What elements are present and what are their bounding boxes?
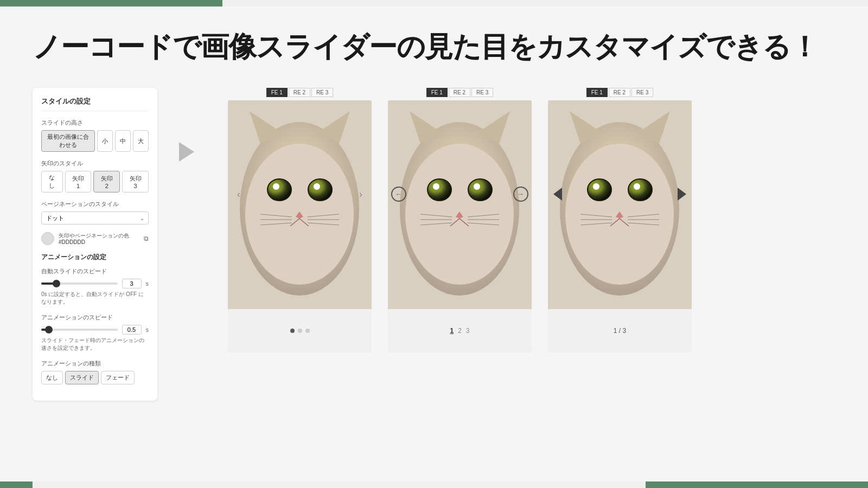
slider1-dot-1[interactable] xyxy=(290,329,295,333)
auto-slide-speed-group: 自動スライドのスピード s 0s に設定すると、自動スライドが OFF になりま… xyxy=(41,267,149,306)
svg-point-20 xyxy=(427,179,451,201)
animation-speed-thumb[interactable] xyxy=(45,326,53,333)
animation-speed-track xyxy=(41,329,118,331)
animation-speed-unit: s xyxy=(146,326,149,333)
slider1-dot-2[interactable] xyxy=(298,329,302,333)
slider3-labels: FE 1 RE 2 RE 3 xyxy=(586,88,654,97)
animation-type-label: アニメーションの種類 xyxy=(41,359,149,368)
slider2-page-3[interactable]: 3 xyxy=(466,327,470,335)
slider1-arrow-left[interactable]: ‹ xyxy=(231,187,246,202)
slider2-page-2[interactable]: 2 xyxy=(458,327,462,335)
slider2-cat-svg xyxy=(388,100,532,309)
slider3-cat-image xyxy=(548,100,692,309)
animation-speed-input[interactable] xyxy=(122,325,142,335)
svg-point-23 xyxy=(474,183,480,190)
auto-slide-unit: s xyxy=(146,280,149,287)
svg-point-21 xyxy=(468,179,492,201)
slider2-arrow-left[interactable]: ← xyxy=(391,187,406,202)
arrow-style-options: なし 矢印 1 矢印 2 矢印 3 xyxy=(41,171,149,192)
slide-height-btn-small[interactable]: 小 xyxy=(97,130,113,152)
auto-slide-track xyxy=(41,282,118,285)
corner-accent-tl xyxy=(0,0,222,7)
color-row: 矢印やページネーションの色 #DDDDDD ⧉ xyxy=(41,232,149,245)
animation-type-fade[interactable]: フェード xyxy=(101,371,135,384)
slider-preview-2: FE 1 RE 2 RE 3 xyxy=(388,88,532,352)
animation-speed-hint: スライド・フェード時のアニメーションの速さを設定できます。 xyxy=(41,337,149,352)
slider2-arrow-right[interactable]: → xyxy=(513,187,528,202)
slide-height-group: スライドの高さ 最初の画像に合わせる 小 中 大 xyxy=(41,119,149,152)
slider1-label-re3[interactable]: RE 3 xyxy=(311,88,333,97)
arrow-style-group: 矢印のスタイル なし 矢印 1 矢印 2 矢印 3 xyxy=(41,159,149,192)
slider3-image-container xyxy=(548,100,692,309)
slider2-box: ← → 1 2 3 xyxy=(388,100,532,352)
slider2-right-circle: → xyxy=(513,187,528,202)
slider3-box: 1 / 3 xyxy=(548,100,692,352)
slide-height-btn-medium[interactable]: 中 xyxy=(115,130,131,152)
auto-slide-hint: 0s に設定すると、自動スライドが OFF になります。 xyxy=(41,291,149,306)
pagination-style-select-wrapper: ドット 数字 テキスト ⌄ xyxy=(41,211,149,224)
slider3-arrow-left[interactable] xyxy=(550,187,565,202)
svg-point-5 xyxy=(267,179,291,201)
svg-point-38 xyxy=(634,183,640,190)
slider2-label-re2[interactable]: RE 2 xyxy=(449,88,470,97)
slider3-arrow-right[interactable] xyxy=(674,187,690,202)
main-container: ノーコードで画像スライダーの見た目をカスタマイズできる！ スタイルの設定 スライ… xyxy=(0,7,868,481)
pagination-style-select[interactable]: ドット 数字 テキスト xyxy=(41,211,149,224)
slide-height-label: スライドの高さ xyxy=(41,119,149,127)
slider1-bottom xyxy=(228,309,372,352)
slider1-image-container: ‹ › xyxy=(228,100,372,309)
arrow-pointer-container xyxy=(179,88,206,162)
animation-type-none[interactable]: なし xyxy=(41,371,63,384)
slider3-label-re2[interactable]: RE 2 xyxy=(609,88,630,97)
color-info: 矢印やページネーションの色 #DDDDDD xyxy=(59,232,139,245)
slider3-label-fe1[interactable]: FE 1 xyxy=(586,88,608,97)
slider2-label-re3[interactable]: RE 3 xyxy=(471,88,493,97)
animation-speed-label: アニメーションのスピード xyxy=(41,313,149,322)
slider2-page-1[interactable]: 1 xyxy=(450,327,454,335)
arrow-style-none[interactable]: なし xyxy=(41,171,63,192)
slider1-dot-3[interactable] xyxy=(305,329,310,333)
slider1-arrow-right[interactable]: › xyxy=(353,187,368,202)
svg-point-37 xyxy=(593,183,599,190)
auto-slide-input[interactable] xyxy=(122,279,142,288)
corner-accent-br xyxy=(646,481,868,488)
slider1-labels: FE 1 RE 2 RE 3 xyxy=(266,88,334,97)
arrow-style-2[interactable]: 矢印 2 xyxy=(93,171,120,192)
slide-height-btn-fit[interactable]: 最初の画像に合わせる xyxy=(41,130,95,152)
animation-section-title: アニメーションの設定 xyxy=(41,253,149,262)
page-title: ノーコードで画像スライダーの見た目をカスタマイズできる！ xyxy=(33,28,835,66)
animation-speed-group: アニメーションのスピード s スライド・フェード時のアニメーションの速さを設定で… xyxy=(41,313,149,352)
svg-point-36 xyxy=(628,179,652,201)
slider3-bottom: 1 / 3 xyxy=(548,309,692,352)
svg-point-22 xyxy=(433,183,439,190)
slide-height-btn-large[interactable]: 大 xyxy=(133,130,149,152)
slider1-pagination-dots xyxy=(290,329,310,333)
settings-panel-title: スタイルの設定 xyxy=(41,97,149,111)
slider2-label-fe1[interactable]: FE 1 xyxy=(426,88,448,97)
slider1-label-re2[interactable]: RE 2 xyxy=(289,88,310,97)
slider-preview-1: FE 1 RE 2 RE 3 xyxy=(228,88,372,352)
slider1-box: ‹ › xyxy=(228,100,372,352)
animation-type-slide[interactable]: スライド xyxy=(65,371,99,384)
arrow-style-3[interactable]: 矢印 3 xyxy=(122,171,149,192)
slider2-bottom: 1 2 3 xyxy=(388,309,532,352)
auto-slide-slider-row: s xyxy=(41,279,149,288)
arrow-pointer-icon xyxy=(179,142,194,162)
slider2-labels: FE 1 RE 2 RE 3 xyxy=(426,88,494,97)
slider1-cat-image xyxy=(228,100,372,309)
slider2-pagination-numbers: 1 2 3 xyxy=(450,327,469,335)
slider2-left-circle: ← xyxy=(391,187,406,202)
animation-type-group: アニメーションの種類 なし スライド フェード xyxy=(41,359,149,384)
slider3-label-re3[interactable]: RE 3 xyxy=(631,88,653,97)
color-swatch[interactable] xyxy=(41,232,54,245)
svg-point-35 xyxy=(588,179,611,201)
auto-slide-thumb[interactable] xyxy=(53,280,60,287)
slider3-right-arrow-filled xyxy=(678,188,686,201)
slide-height-options: 最初の画像に合わせる 小 中 大 xyxy=(41,130,149,152)
arrow-style-1[interactable]: 矢印 1 xyxy=(65,171,92,192)
svg-point-8 xyxy=(314,183,320,190)
copy-icon[interactable]: ⧉ xyxy=(144,235,149,242)
slider1-label-fe1[interactable]: FE 1 xyxy=(266,88,288,97)
settings-panel: スタイルの設定 スライドの高さ 最初の画像に合わせる 小 中 大 矢印のスタイル… xyxy=(33,88,157,401)
svg-point-7 xyxy=(273,183,279,190)
